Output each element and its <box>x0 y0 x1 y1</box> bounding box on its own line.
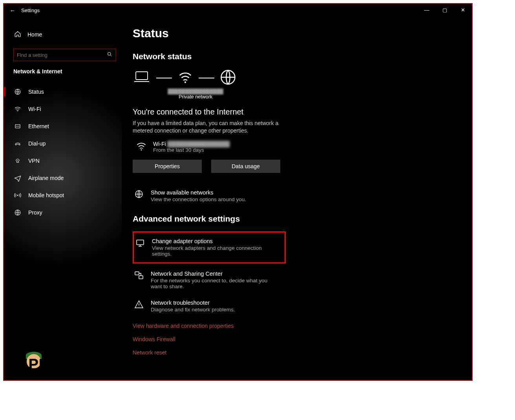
connection-ssid-blurred: ████████████████ <box>168 141 230 147</box>
sharing-icon <box>134 271 144 282</box>
home-label: Home <box>27 31 42 38</box>
connection-period: From the last 30 days <box>153 147 230 153</box>
sidebar-item-ethernet[interactable]: Ethernet <box>4 118 122 135</box>
back-button[interactable]: ← <box>4 7 21 14</box>
sidebar-label: Wi-Fi <box>28 106 41 112</box>
svg-point-0 <box>108 53 111 56</box>
sidebar-item-status[interactable]: Status <box>4 83 122 100</box>
sidebar-item-proxy[interactable]: Proxy <box>4 204 122 221</box>
option-subtitle: For the networks you connect to, decide … <box>151 278 279 289</box>
network-diagram <box>133 69 456 87</box>
svg-point-2 <box>17 111 18 112</box>
dialup-icon <box>14 140 21 147</box>
option-title: Change adapter options <box>152 238 279 244</box>
svg-rect-4 <box>17 161 19 163</box>
option-title: Network and Sharing Center <box>151 271 279 277</box>
svg-rect-12 <box>137 240 144 245</box>
svg-point-5 <box>17 195 18 196</box>
link-windows-firewall[interactable]: Windows Firewall <box>133 336 456 342</box>
sidebar-label: Proxy <box>28 209 42 216</box>
wifi-icon <box>177 70 193 86</box>
airplane-icon <box>14 175 21 182</box>
connection-type: Wi-Fi <box>153 141 166 147</box>
minimize-button[interactable]: — <box>418 4 436 16</box>
ethernet-icon <box>14 123 21 130</box>
properties-button[interactable]: Properties <box>133 160 202 173</box>
svg-rect-13 <box>135 272 139 275</box>
sidebar-item-hotspot[interactable]: Mobile hotspot <box>4 187 122 204</box>
svg-point-10 <box>141 149 142 151</box>
section-advanced: Advanced network settings <box>133 214 456 224</box>
svg-rect-7 <box>136 72 148 80</box>
content-pane: Status Network status ████████████████ P… <box>122 16 472 380</box>
settings-window: ← Settings — ▢ ✕ Home Network & Internet <box>3 3 473 381</box>
sidebar-label: VPN <box>28 158 40 164</box>
network-troubleshooter[interactable]: Network troubleshooter Diagnose and fix … <box>133 296 286 316</box>
sidebar: Home Network & Internet Status Wi-Fi Eth… <box>4 16 122 380</box>
show-available-networks[interactable]: Show available networks View the connect… <box>133 186 286 205</box>
laptop-icon <box>133 70 151 86</box>
diagram-network-type: Private network <box>133 94 258 100</box>
link-network-reset[interactable]: Network reset <box>133 349 456 356</box>
sidebar-home[interactable]: Home <box>4 27 122 42</box>
home-icon <box>14 31 21 39</box>
sidebar-category: Network & Internet <box>4 68 122 75</box>
close-button[interactable]: ✕ <box>454 4 472 16</box>
sidebar-label: Mobile hotspot <box>28 192 64 198</box>
watermark: APPUALS <box>17 356 91 373</box>
option-title: Show available networks <box>151 189 246 196</box>
diagram-ssid-blurred: ████████████████ <box>133 89 258 94</box>
connected-description: If you have a limited data plan, you can… <box>133 120 290 135</box>
wifi-icon <box>14 105 21 113</box>
option-subtitle: View the connection options around you. <box>151 196 246 202</box>
wifi-icon <box>136 141 147 153</box>
change-adapter-options[interactable]: Change adapter options View network adap… <box>133 231 286 264</box>
sidebar-label: Ethernet <box>28 123 49 129</box>
globe-icon <box>134 189 144 200</box>
option-subtitle: Diagnose and fix network problems. <box>151 307 235 313</box>
search-box[interactable] <box>13 49 116 61</box>
connection-row: Wi-Fi ████████████████ From the last 30 … <box>133 141 456 153</box>
sidebar-item-vpn[interactable]: VPN <box>4 152 122 169</box>
search-icon <box>107 51 113 58</box>
vpn-icon <box>14 157 21 164</box>
sidebar-label: Dial-up <box>28 140 46 147</box>
connected-heading: You're connected to the Internet <box>133 107 456 116</box>
globe-icon <box>220 69 236 87</box>
globe-icon <box>14 88 21 95</box>
sidebar-label: Status <box>28 89 44 95</box>
maximize-button[interactable]: ▢ <box>436 4 454 16</box>
sidebar-item-airplane[interactable]: Airplane mode <box>4 169 122 187</box>
title-bar: ← Settings — ▢ ✕ <box>4 4 472 16</box>
option-subtitle: View network adapters and change connect… <box>152 245 279 257</box>
section-network-status: Network status <box>133 52 456 61</box>
proxy-icon <box>14 209 21 216</box>
option-title: Network troubleshooter <box>151 300 235 306</box>
page-title: Status <box>133 27 456 40</box>
window-title: Settings <box>21 7 40 13</box>
sidebar-label: Airplane mode <box>28 175 64 181</box>
sidebar-item-dialup[interactable]: Dial-up <box>4 135 122 152</box>
network-sharing-center[interactable]: Network and Sharing Center For the netwo… <box>133 267 286 293</box>
svg-rect-14 <box>139 276 143 279</box>
data-usage-button[interactable]: Data usage <box>211 160 280 173</box>
sidebar-item-wifi[interactable]: Wi-Fi <box>4 100 122 118</box>
warning-icon <box>134 300 144 311</box>
search-input[interactable] <box>17 52 107 58</box>
svg-point-8 <box>184 82 186 83</box>
link-hardware-properties[interactable]: View hardware and connection properties <box>133 323 456 329</box>
adapter-icon <box>135 238 145 249</box>
hotspot-icon <box>14 192 21 199</box>
